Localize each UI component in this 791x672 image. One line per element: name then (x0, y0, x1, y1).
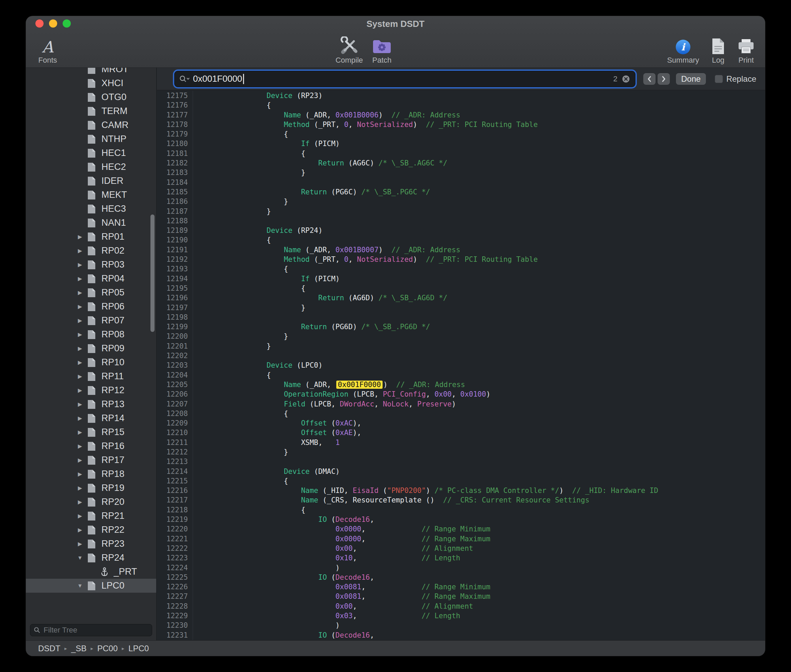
sidebar-item-rp09[interactable]: ▶RP09 (26, 341, 156, 355)
find-previous-button[interactable] (643, 73, 655, 85)
disclosure-triangle[interactable]: ▶ (75, 537, 85, 551)
code-line[interactable]: 12198 (157, 312, 765, 322)
code-line[interactable]: 12183 } (157, 168, 765, 178)
breadcrumb-item-pc00[interactable]: PC00 (97, 644, 118, 653)
disclosure-triangle[interactable]: ▶ (75, 453, 85, 467)
disclosure-triangle[interactable]: ▶ (75, 355, 85, 370)
sidebar-item-rp24[interactable]: ▼RP24 (26, 551, 156, 565)
code-line[interactable]: 12199 Return (PG6D) /* \_SB_.PG6D */ (157, 322, 765, 331)
code-line[interactable]: 12193 { (157, 264, 765, 274)
sidebar-item-rp22[interactable]: ▶RP22 (26, 523, 156, 537)
code-line[interactable]: 12177 Name (_ADR, 0x001B0006) // _ADR: A… (157, 110, 765, 120)
disclosure-triangle[interactable]: ▶ (75, 272, 85, 286)
disclosure-triangle[interactable]: ▶ (75, 481, 85, 495)
code-line[interactable]: 12184 (157, 178, 765, 187)
sidebar-item-rp07[interactable]: ▶RP07 (26, 314, 156, 328)
code-line[interactable]: 12197 } (157, 303, 765, 312)
code-line[interactable]: 12213 (157, 457, 765, 466)
sidebar-item-nthp[interactable]: NTHP (26, 132, 156, 146)
disclosure-triangle[interactable]: ▶ (75, 341, 85, 355)
sidebar-item-otg0[interactable]: OTG0 (26, 90, 156, 104)
sidebar-item-rp19[interactable]: ▶RP19 (26, 481, 156, 495)
disclosure-triangle[interactable]: ▶ (75, 397, 85, 411)
sidebar-item-rp20[interactable]: ▶RP20 (26, 495, 156, 509)
disclosure-triangle[interactable]: ▶ (75, 467, 85, 481)
code-line[interactable]: 12182 Return (AG6C) /* \_SB_.AG6C */ (157, 158, 765, 168)
sidebar-item-rp18[interactable]: ▶RP18 (26, 467, 156, 481)
code-line[interactable]: 12208 { (157, 409, 765, 418)
code-line[interactable]: 12194 If (PICM) (157, 274, 765, 283)
disclosure-triangle[interactable]: ▶ (75, 439, 85, 453)
code-line[interactable]: 12175 Device (RP23) (157, 91, 765, 101)
sidebar-item-xhci[interactable]: XHCI (26, 76, 156, 90)
disclosure-triangle[interactable]: ▶ (75, 495, 85, 509)
disclosure-triangle[interactable]: ▶ (75, 314, 85, 328)
sidebar-item-rp14[interactable]: ▶RP14 (26, 411, 156, 425)
code-line[interactable]: 12204 { (157, 370, 765, 380)
code-line[interactable]: 12192 Method (_PRT, 0, NotSerialized) //… (157, 254, 765, 264)
code-line[interactable]: 12225 IO (Decode16, (157, 573, 765, 582)
code-line[interactable]: 12190 { (157, 235, 765, 245)
code-line[interactable]: 12227 0x0081, // Range Maximum (157, 592, 765, 601)
breadcrumb-item-_sb[interactable]: _SB (71, 644, 86, 653)
code-line[interactable]: 12229 0x03, // Length (157, 611, 765, 621)
code-line[interactable]: 12228 0x00, // Alignment (157, 602, 765, 611)
fonts-button[interactable]: A Fonts (38, 34, 57, 65)
disclosure-triangle[interactable]: ▶ (75, 258, 85, 272)
compile-button[interactable]: Compile (336, 34, 363, 65)
patch-button[interactable]: Patch (372, 34, 392, 65)
breadcrumb-item-lpc0[interactable]: LPC0 (128, 644, 149, 653)
sidebar-item-rp16[interactable]: ▶RP16 (26, 439, 156, 453)
sidebar-item-hec2[interactable]: HEC2 (26, 160, 156, 174)
code-line[interactable]: 12181 { (157, 149, 765, 158)
summary-button[interactable]: i Summary (667, 34, 699, 65)
sidebar-item-rp12[interactable]: ▶RP12 (26, 383, 156, 397)
sidebar-item-nan1[interactable]: NAN1 (26, 216, 156, 230)
code-line[interactable]: 12196 Return (AG6D) /* \_SB_.AG6D */ (157, 293, 765, 302)
disclosure-triangle[interactable]: ▶ (75, 411, 85, 425)
code-line[interactable]: 12179 { (157, 130, 765, 139)
code-line[interactable]: 12176 { (157, 101, 765, 110)
sidebar-item-rp03[interactable]: ▶RP03 (26, 258, 156, 272)
code-line[interactable]: 12217 Name (_CRS, ResourceTemplate () //… (157, 495, 765, 505)
code-line[interactable]: 12221 0x0000, // Range Maximum (157, 534, 765, 544)
code-line[interactable]: 12185 Return (PG6C) /* \_SB_.PG6C */ (157, 187, 765, 197)
code-line[interactable]: 12224 ) (157, 563, 765, 573)
print-button[interactable]: Print (737, 34, 755, 65)
clear-search-button[interactable] (622, 75, 630, 83)
disclosure-triangle[interactable]: ▶ (75, 523, 85, 537)
code-editor[interactable]: 12175 Device (RP23)12176 {12177 Name (_A… (157, 90, 765, 640)
disclosure-triangle[interactable]: ▶ (75, 286, 85, 299)
sidebar-item-camr[interactable]: CAMR (26, 118, 156, 132)
code-line[interactable]: 12200 } (157, 331, 765, 341)
code-line[interactable]: 12219 IO (Decode16, (157, 515, 765, 524)
log-button[interactable]: Log (711, 34, 725, 65)
code-line[interactable]: 12215 { (157, 476, 765, 486)
sidebar-item-rp01[interactable]: ▶RP01 (26, 230, 156, 244)
code-line[interactable]: 12209 Offset (0xAC), (157, 418, 765, 428)
code-line[interactable]: 12206 OperationRegion (LPCB, PCI_Config,… (157, 389, 765, 399)
sidebar-item-rp11[interactable]: ▶RP11 (26, 370, 156, 383)
sidebar-item-rp05[interactable]: ▶RP05 (26, 286, 156, 299)
disclosure-triangle[interactable]: ▶ (75, 383, 85, 397)
filter-tree-field[interactable]: Filter Tree (30, 624, 152, 636)
disclosure-triangle[interactable]: ▶ (75, 299, 85, 314)
sidebar-item-hec3[interactable]: HEC3 (26, 202, 156, 216)
code-line[interactable]: 12186 } (157, 197, 765, 206)
disclosure-triangle[interactable]: ▼ (75, 579, 85, 593)
code-line[interactable]: 12205 Name (_ADR, 0x001F0000) // _ADR: A… (157, 380, 765, 389)
sidebar-item-_prt[interactable]: _PRT (26, 565, 156, 579)
code-line[interactable]: 12220 0x0000, // Range Minimum (157, 524, 765, 534)
replace-checkbox[interactable] (715, 75, 723, 83)
sidebar-item-rp06[interactable]: ▶RP06 (26, 299, 156, 314)
disclosure-triangle[interactable]: ▶ (75, 230, 85, 244)
code-line[interactable]: 12188 (157, 216, 765, 226)
find-input[interactable]: 0x001F0000 2 (174, 71, 635, 87)
code-line[interactable]: 12195 { (157, 283, 765, 293)
disclosure-triangle[interactable]: ▶ (75, 370, 85, 383)
sidebar-item-mrot[interactable]: MROT (26, 68, 156, 76)
sidebar-item-rp23[interactable]: ▶RP23 (26, 537, 156, 551)
code-line[interactable]: 12203 Device (LPC0) (157, 360, 765, 370)
code-line[interactable]: 12216 Name (_HID, EisaId ("PNP0200") /* … (157, 486, 765, 495)
sidebar-item-hec1[interactable]: HEC1 (26, 146, 156, 160)
